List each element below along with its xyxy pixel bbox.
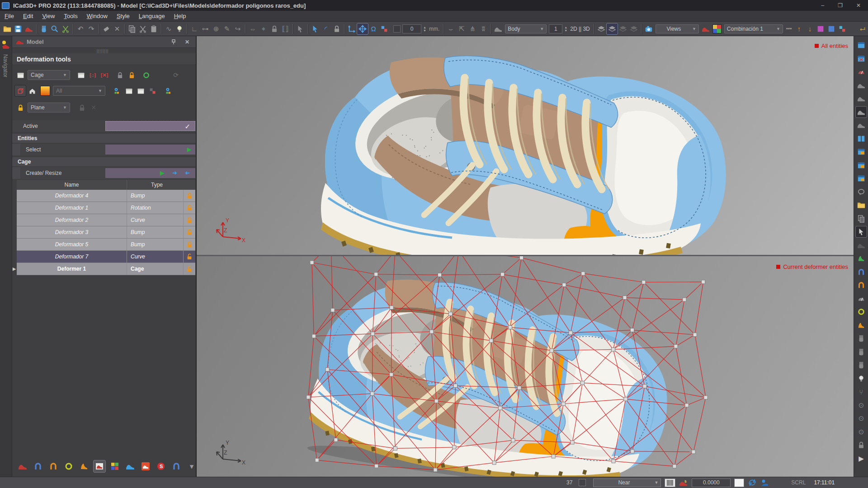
add-shoe-icon[interactable] [700,23,711,34]
navigator-label[interactable]: Navigator [2,54,9,77]
shoe-tray-icon[interactable] [94,460,105,472]
pages-icon[interactable] [856,213,867,224]
tool3d-icon[interactable] [761,479,769,486]
minimize-button[interactable]: – [821,2,824,9]
bubble-icon[interactable] [856,187,867,197]
deformer-name[interactable]: Deformador 3 [17,229,127,235]
circ2-icon[interactable]: ⊙ [856,413,867,424]
lock-open-icon[interactable] [183,251,195,263]
lock-dim-icon[interactable] [76,102,87,113]
vis2-icon[interactable] [123,85,134,96]
hand-shoe2-icon[interactable] [856,347,867,357]
deformer-row-7[interactable]: ▶Deformer 1Cage [17,263,195,275]
hand-shoe3-icon[interactable] [856,360,867,371]
status-checkbox[interactable] [579,479,586,486]
create-resize-value[interactable]: ▶ ➜ ➜ [105,168,195,178]
spline-icon[interactable]: ∿ [163,23,174,34]
menu-window[interactable]: Window [82,11,112,21]
sync-icon[interactable] [748,479,756,486]
layers3-icon[interactable] [618,23,628,34]
circ1-icon[interactable]: ⊙ [856,400,867,411]
ruler-icon[interactable]: ∟ [189,23,200,34]
offset-value[interactable]: 0 [402,24,421,33]
lock-plus-icon[interactable] [15,102,26,113]
deformer-name[interactable]: Deformador 5 [17,241,127,248]
gauge-icon[interactable] [856,66,867,77]
wave-icon[interactable]: ʬ [478,23,489,34]
combination-combo[interactable]: Combinación 1▼ [724,24,783,33]
arc-icon[interactable]: ◜ [321,23,331,34]
deformer-type-combo[interactable]: Cage▼ [28,70,70,80]
menu-file[interactable]: File [0,11,19,21]
cut-icon[interactable] [137,23,148,34]
node-icon[interactable]: ⌖ [258,23,269,34]
menu-language[interactable]: Language [134,11,170,21]
camera-icon[interactable] [643,23,654,34]
maximize-button[interactable]: ❐ [838,2,843,9]
view-deformer-entities[interactable]: Current deformer entities Y Z X [197,256,854,477]
copy-icon[interactable] [127,23,137,34]
delete-dim-icon[interactable]: ✕ [88,102,99,113]
expander-icon[interactable]: ▶ [13,267,16,271]
deformer-name[interactable]: Deformador 4 [17,192,127,199]
menu-help[interactable]: Help [170,11,191,21]
resize-left-icon[interactable]: ➜ [185,169,190,176]
folder-icon[interactable] [856,200,867,211]
select-value[interactable]: ▶ [105,145,195,155]
home-icon[interactable] [27,85,38,96]
shoe-doc-icon[interactable] [24,23,34,34]
close-panel-icon[interactable]: ✕ [185,39,189,45]
deformer-type[interactable]: Bump [127,239,183,250]
deformer-name[interactable]: Deformador 2 [17,217,127,223]
split-icon[interactable] [856,133,867,144]
color-grid-icon[interactable] [109,460,121,472]
deformer-row-2[interactable]: Deformador 1Rotation [17,202,195,214]
scale-icon[interactable] [379,23,390,34]
lock-closed-icon[interactable] [183,226,195,238]
deformer-type[interactable]: Bump [127,226,183,238]
target-icon[interactable]: ⊕ [211,23,222,34]
save-deformer-icon[interactable] [75,70,86,80]
pair-icon[interactable]: ⋔ [467,23,478,34]
deformer-type[interactable]: Bump [127,190,183,202]
active-checkbox[interactable]: ✓ [105,121,195,131]
sole-rb-icon[interactable] [856,267,867,277]
axes-icon[interactable] [346,23,357,34]
shoe-price-icon[interactable]: $ [679,479,688,486]
deformer-row-3[interactable]: Deformador 2Curve [17,214,195,226]
deformer-type[interactable]: Curve [127,214,183,226]
sole-blue-icon[interactable] [32,460,44,472]
exit-icon[interactable]: ⮠ [857,23,868,34]
col-name[interactable]: Name [17,182,127,188]
s-circle-icon[interactable]: S [155,460,167,472]
refresh-icon[interactable] [63,460,75,472]
panel-drag-handle[interactable]: |||||||| [80,49,125,53]
col-type[interactable]: Type [127,180,183,190]
paste-icon[interactable] [148,23,159,34]
color-current-swatch[interactable] [734,479,744,487]
undo-icon[interactable]: ↶ [75,23,86,34]
wedge-icon[interactable] [856,293,867,304]
more-options[interactable]: ••• [786,26,792,32]
barcode-icon[interactable] [665,479,675,487]
pin-icon[interactable] [171,39,176,45]
menu-style[interactable]: Style [112,11,134,21]
save-icon[interactable] [13,23,24,34]
rotate-icon[interactable]: Ω [368,23,379,34]
cursor-gray-icon[interactable] [295,23,306,34]
open-folder-icon[interactable] [2,23,13,34]
lockbox-icon[interactable] [269,23,280,34]
nodes-icon[interactable]: ⑂ [856,386,867,397]
zoom-icon[interactable] [49,23,60,34]
multi-icon[interactable] [837,23,848,34]
win-lock-icon[interactable] [856,146,867,157]
lock2-icon[interactable] [856,440,867,450]
pointer-icon[interactable] [856,226,867,237]
deformer-row-5[interactable]: Deformador 5Bump [17,239,195,251]
cage-cube-icon[interactable] [15,85,26,96]
cut-tool-icon[interactable] [60,23,71,34]
redo-icon[interactable]: ↷ [86,23,97,34]
down-icon[interactable]: ↓ [804,23,815,34]
delete-icon[interactable]: ✕ [112,23,123,34]
bracket-icon[interactable]: ⟦⟧ [280,23,291,34]
